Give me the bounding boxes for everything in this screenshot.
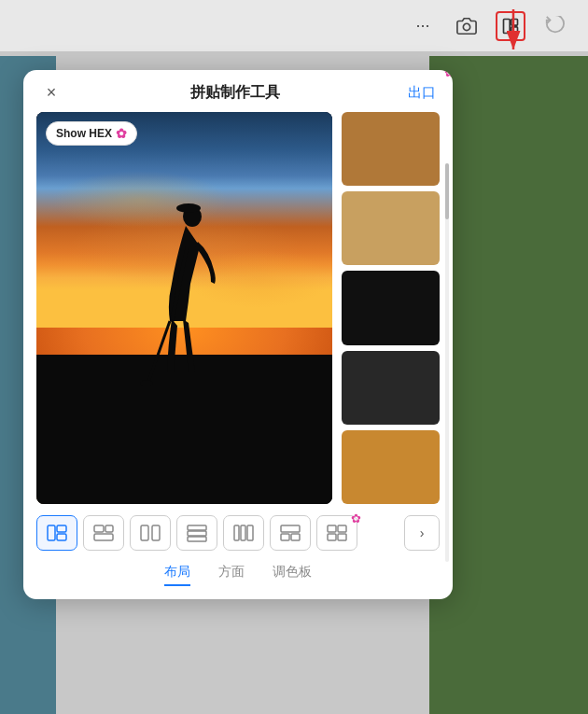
svg-rect-28 [338,525,346,532]
swatch-3[interactable] [342,271,440,344]
swatch-1[interactable] [342,112,440,186]
svg-rect-3 [511,26,518,33]
svg-rect-27 [328,525,336,532]
tab-aspect[interactable]: 方面 [218,564,245,586]
layout-btn-grid[interactable]: ✿ [316,515,357,551]
svg-point-0 [463,23,469,30]
collage-tool-modal: × 拼贴制作工具 出口 [23,70,453,599]
layout-btn-split-top[interactable] [83,515,124,551]
layout-btn-center-col[interactable] [223,515,264,551]
more-options-button[interactable]: ··· [408,11,438,41]
svg-rect-11 [57,525,66,532]
svg-rect-24 [281,525,300,532]
export-button[interactable]: 出口 [408,84,436,102]
show-hex-label: Show HEX [56,127,112,140]
svg-rect-15 [94,534,113,540]
modal-content: Show HEX ✿ [23,112,453,504]
svg-rect-26 [291,534,300,540]
svg-rect-16 [141,525,148,540]
swatch-2[interactable] [342,191,440,265]
undo-button[interactable] [539,11,569,41]
close-button[interactable]: × [40,83,63,103]
svg-rect-14 [105,525,113,532]
svg-rect-17 [152,525,160,540]
svg-rect-25 [281,534,289,540]
modal-header: × 拼贴制作工具 出口 [23,70,453,112]
svg-rect-22 [241,525,245,540]
swatch-4[interactable] [342,351,440,425]
show-hex-badge[interactable]: Show HEX ✿ [46,121,137,146]
camera-button[interactable] [452,11,482,41]
color-swatches-panel [342,112,440,504]
tab-layout[interactable]: 布局 [164,564,190,586]
svg-rect-20 [188,537,206,541]
svg-rect-13 [94,525,104,532]
svg-point-9 [140,380,153,386]
modal-title: 拼贴制作工具 [63,83,408,103]
more-button-badge: ✿ [444,70,453,79]
svg-point-7 [176,203,201,213]
scrollbar-thumb[interactable] [445,163,449,219]
modal-tabs: 布局 方面 调色板 [23,556,453,590]
svg-line-8 [148,321,170,382]
golfer-silhouette [125,200,237,386]
swatch-5[interactable] [342,430,440,504]
layout-btn-7-badge: ✿ [351,511,361,525]
svg-rect-12 [57,534,66,540]
layout-btn-split-left[interactable] [36,515,77,551]
svg-rect-30 [338,534,346,540]
layout-btn-three-row[interactable] [176,515,217,551]
layout-view-button[interactable] [496,11,525,41]
scrollbar-track[interactable] [445,163,449,562]
top-toolbar: ··· [0,0,588,51]
svg-rect-2 [511,19,518,25]
svg-rect-10 [48,525,55,540]
layout-btn-two-col[interactable] [130,515,171,551]
svg-rect-29 [328,534,336,540]
layout-btn-three-col[interactable] [270,515,311,551]
more-chevron: › [420,525,425,540]
svg-rect-1 [504,19,511,33]
tab-palette[interactable]: 调色板 [273,564,312,586]
svg-rect-18 [188,525,206,530]
layout-toolbar: ✿ › ✿ [23,504,453,556]
svg-rect-21 [234,525,239,540]
image-preview-area: Show HEX ✿ [36,112,332,504]
golf-image: Show HEX ✿ [36,112,332,504]
svg-rect-19 [188,531,206,536]
bg-panel-right [429,56,588,714]
layout-more-button[interactable]: › ✿ [404,515,440,551]
flower-icon: ✿ [116,126,127,141]
svg-rect-23 [247,525,253,540]
